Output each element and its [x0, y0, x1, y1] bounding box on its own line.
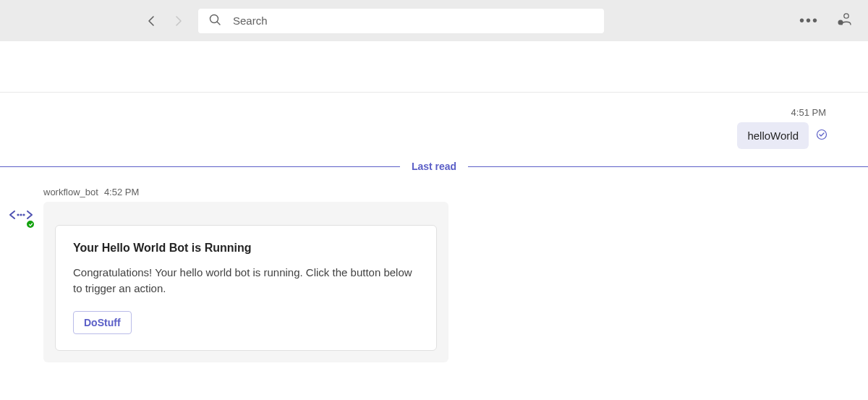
svg-point-6	[20, 213, 22, 216]
people-icon[interactable]	[836, 12, 852, 30]
search-input[interactable]	[233, 14, 594, 27]
dostuff-button[interactable]: DoStuff	[73, 311, 132, 334]
adaptive-card: Your Hello World Bot is Running Congratu…	[55, 225, 437, 351]
card-title: Your Hello World Bot is Running	[73, 242, 419, 255]
presence-available-icon	[25, 219, 35, 229]
bot-avatar[interactable]	[9, 203, 33, 227]
bot-message-bubble[interactable]: Your Hello World Bot is Running Congratu…	[43, 202, 448, 362]
app-header: •••	[0, 0, 868, 41]
read-receipt-icon	[816, 129, 827, 143]
search-box[interactable]	[198, 9, 604, 33]
sent-message-block: 4:51 PM helloWorld	[0, 93, 868, 158]
nav-back-icon[interactable]	[146, 15, 158, 27]
nav-forward-icon[interactable]	[172, 15, 184, 27]
last-read-divider: Last read	[0, 158, 868, 175]
bot-message-block: workflow_bot 4:52 PM Your Hello World Bo…	[0, 175, 868, 362]
header-right: •••	[799, 12, 852, 30]
nav-arrows	[146, 15, 184, 27]
bot-message-header: workflow_bot 4:52 PM	[43, 187, 448, 197]
sent-message-bubble[interactable]: helloWorld	[737, 122, 809, 149]
more-icon[interactable]: •••	[799, 12, 819, 29]
bot-name: workflow_bot	[43, 187, 98, 197]
search-icon	[208, 13, 221, 29]
sub-header	[0, 41, 868, 93]
svg-point-7	[22, 213, 25, 216]
svg-point-2	[844, 13, 848, 17]
chat-area: 4:51 PM helloWorld Last read	[0, 93, 868, 362]
svg-point-5	[17, 213, 19, 216]
card-body: Congratulations! Your hello world bot is…	[73, 265, 419, 297]
sent-timestamp: 4:51 PM	[791, 107, 826, 118]
bot-timestamp: 4:52 PM	[104, 187, 139, 197]
svg-point-3	[838, 20, 843, 25]
svg-line-1	[217, 22, 220, 25]
svg-point-4	[817, 129, 827, 139]
divider-label: Last read	[412, 161, 456, 172]
